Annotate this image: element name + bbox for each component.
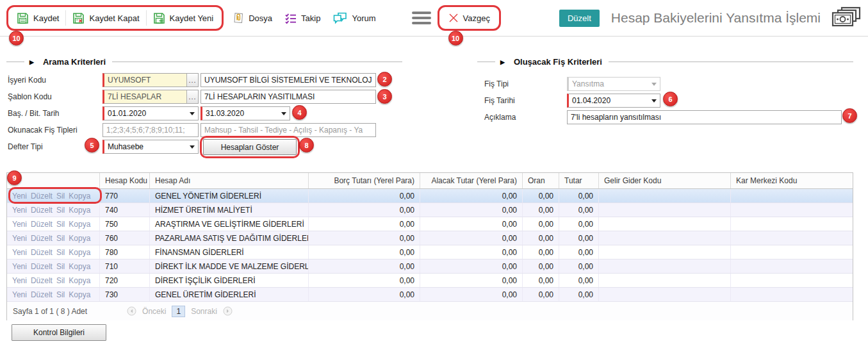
row-action-kopya[interactable]: Kopya xyxy=(69,248,90,257)
cell-alacak: 0,00 xyxy=(420,217,523,231)
row-action-yeni[interactable]: Yeni xyxy=(12,290,27,299)
section-voucher-criteria: ▶ Oluşacak Fiş Kriterleri xyxy=(477,57,853,67)
table-row[interactable]: YeniDüzeltSilKopya 770 GENEL YÖNETİM GİD… xyxy=(7,189,853,203)
save-new-button[interactable]: Kaydet Yeni xyxy=(147,8,220,28)
cell-name: GENEL ÜRETİM GİDERLERİ xyxy=(150,288,309,301)
pager-next-label[interactable]: Sonraki xyxy=(191,307,217,316)
row-action-sil[interactable]: Sil xyxy=(56,206,65,215)
sablon-kodu-field[interactable]: 7Lİ HESAPLAR ... xyxy=(102,90,199,104)
end-date-select[interactable]: 31.03.2020 xyxy=(201,106,290,120)
cell-borc: 0,00 xyxy=(309,274,420,287)
pager-next-icon[interactable] xyxy=(223,306,233,316)
end-date-value: 31.03.2020 xyxy=(206,109,244,118)
row-action-sil[interactable]: Sil xyxy=(56,248,65,257)
isyeri-lookup-button[interactable]: ... xyxy=(186,74,198,86)
col-borc-tutari[interactable]: Borç Tutarı (Yerel Para) xyxy=(309,173,420,188)
row-action-düzelt[interactable]: Düzelt xyxy=(31,276,53,285)
isyeri-kodu-field[interactable]: UYUMSOFT ... xyxy=(102,73,199,87)
row-action-sil[interactable]: Sil xyxy=(56,262,65,271)
row-actions: YeniDüzeltSilKopya xyxy=(7,274,100,287)
sablon-lookup-button[interactable]: ... xyxy=(186,90,198,103)
menu-icon[interactable] xyxy=(412,12,431,24)
row-action-düzelt[interactable]: Düzelt xyxy=(31,248,53,257)
pager-prev-label[interactable]: Önceki xyxy=(142,307,166,316)
row-action-düzelt[interactable]: Düzelt xyxy=(31,192,53,201)
row-action-yeni[interactable]: Yeni xyxy=(12,220,27,229)
file-button[interactable]: Dosya xyxy=(226,8,279,28)
row-action-sil[interactable]: Sil xyxy=(56,220,65,229)
row-action-kopya[interactable]: Kopya xyxy=(69,290,90,299)
annotation-badge-2: 2 xyxy=(377,72,392,86)
row-actions: YeniDüzeltSilKopya xyxy=(7,189,100,202)
show-accounts-button[interactable]: Hesapları Göster xyxy=(203,139,297,155)
cancel-button-label: Vazgeç xyxy=(463,13,490,23)
row-action-düzelt[interactable]: Düzelt xyxy=(31,206,53,215)
row-action-yeni[interactable]: Yeni xyxy=(12,262,27,271)
aciklama-input[interactable] xyxy=(567,110,842,124)
table-row[interactable]: YeniDüzeltSilKopya 740 HİZMET ÜRETİM MAL… xyxy=(7,203,853,217)
row-action-düzelt[interactable]: Düzelt xyxy=(31,220,53,229)
col-tutar[interactable]: Tutar xyxy=(559,173,599,188)
row-action-sil[interactable]: Sil xyxy=(56,192,65,201)
row-action-sil[interactable]: Sil xyxy=(56,234,65,243)
start-date-select[interactable]: 01.01.2020 xyxy=(102,106,199,120)
row-action-kopya[interactable]: Kopya xyxy=(69,276,90,285)
follow-button[interactable]: Takip xyxy=(279,8,327,28)
cell-kar xyxy=(731,288,853,301)
save-close-button[interactable]: Kaydet Kapat xyxy=(66,8,145,28)
cell-oran: 0,00 xyxy=(523,231,559,245)
row-action-sil[interactable]: Sil xyxy=(56,276,65,285)
col-oran[interactable]: Oran xyxy=(523,173,559,188)
defter-tipi-select[interactable]: Muhasebe xyxy=(102,140,199,154)
table-row[interactable]: YeniDüzeltSilKopya 720 DİREKT İŞÇİLİK Gİ… xyxy=(7,274,853,288)
table-row[interactable]: YeniDüzeltSilKopya 780 FİNANSMAN GİDERLE… xyxy=(7,245,853,260)
row-action-yeni[interactable]: Yeni xyxy=(12,206,27,215)
table-row[interactable]: YeniDüzeltSilKopya 710 DİREKT İLK MADDE … xyxy=(7,260,853,274)
table-row[interactable]: YeniDüzeltSilKopya 760 PAZARLAMA SATIŞ V… xyxy=(7,231,853,245)
section-search-criteria: ▶ Arama Kriterleri xyxy=(6,57,402,67)
cell-name: FİNANSMAN GİDERLERİ xyxy=(150,245,309,259)
chevron-down-icon xyxy=(651,99,657,103)
row-action-kopya[interactable]: Kopya xyxy=(69,206,90,215)
isyeri-desc-input[interactable] xyxy=(201,73,376,87)
row-action-sil[interactable]: Sil xyxy=(56,290,65,299)
table-row[interactable]: YeniDüzeltSilKopya 730 GENEL ÜRETİM GİDE… xyxy=(7,288,853,302)
col-alacak-tutar[interactable]: Alacak Tutar (Yerel Para) xyxy=(420,173,523,188)
row-action-kopya[interactable]: Kopya xyxy=(69,220,90,229)
col-gelir-gider[interactable]: Gelir Gider Kodu xyxy=(599,173,731,188)
table-row[interactable]: YeniDüzeltSilKopya 750 ARAŞTIRMA VE GELİ… xyxy=(7,217,853,231)
col-kar-merkezi[interactable]: Kar Merkezi Kodu xyxy=(731,173,853,188)
row-action-düzelt[interactable]: Düzelt xyxy=(31,290,53,299)
pager-page-1[interactable]: 1 xyxy=(172,306,185,317)
row-action-düzelt[interactable]: Düzelt xyxy=(31,234,53,243)
cell-alacak: 0,00 xyxy=(420,288,523,301)
save-button[interactable]: Kaydet xyxy=(10,8,65,28)
row-action-düzelt[interactable]: Düzelt xyxy=(31,262,53,271)
fis-tarihi-select[interactable]: 01.04.2020 xyxy=(567,94,660,108)
sablon-kodu-label: Şablon Kodu xyxy=(8,92,52,101)
row-action-yeni[interactable]: Yeni xyxy=(12,192,27,201)
pager-info: Sayfa 1 of 1 ( 8 ) Adet xyxy=(13,307,87,316)
row-action-yeni[interactable]: Yeni xyxy=(12,276,27,285)
row-action-yeni[interactable]: Yeni xyxy=(12,248,27,257)
cancel-button[interactable]: Vazgeç xyxy=(442,8,496,28)
section-arrow-icon[interactable]: ▶ xyxy=(500,59,505,65)
col-hesap-kodu[interactable]: Hesap Kodu xyxy=(100,173,150,188)
row-actions: YeniDüzeltSilKopya xyxy=(7,288,100,301)
comment-button[interactable]: Yorum xyxy=(327,8,382,28)
row-action-kopya[interactable]: Kopya xyxy=(69,262,90,271)
section-title: Arama Kriterleri xyxy=(43,57,106,67)
app-window: Kaydet Kaydet Kapat Kaydet Yeni 10 xyxy=(0,0,868,346)
col-hesap-adi[interactable]: Hesap Adı xyxy=(150,173,309,188)
cell-tutar: 0,00 xyxy=(559,231,599,245)
fis-tipleri-codes-input[interactable] xyxy=(102,123,199,137)
fis-tipleri-desc-input[interactable] xyxy=(201,123,376,137)
cell-code: 750 xyxy=(100,217,150,231)
sablon-desc-input[interactable] xyxy=(201,90,376,104)
row-action-kopya[interactable]: Kopya xyxy=(69,192,90,201)
row-action-kopya[interactable]: Kopya xyxy=(69,234,90,243)
section-arrow-icon[interactable]: ▶ xyxy=(29,59,34,65)
kontrol-bilgileri-button[interactable]: Kontrol Bilgileri xyxy=(12,324,106,341)
pager-prev-icon[interactable] xyxy=(127,306,136,316)
row-action-yeni[interactable]: Yeni xyxy=(12,234,27,243)
